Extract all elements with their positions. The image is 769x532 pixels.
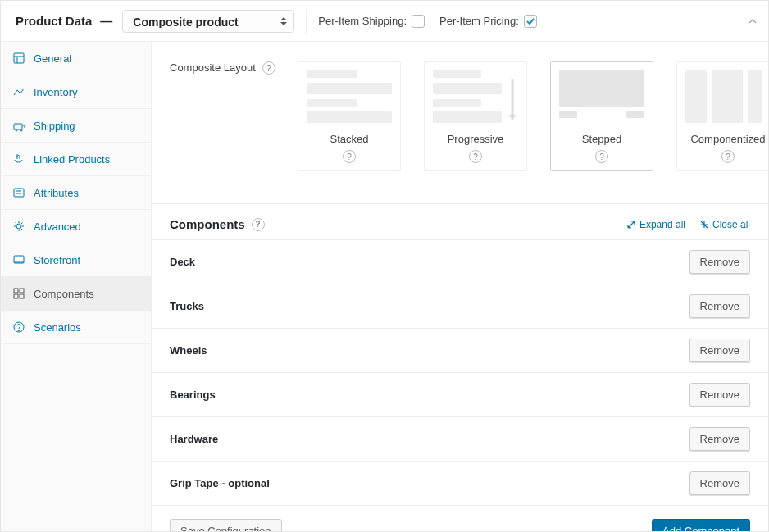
linked-products-icon [12, 152, 25, 166]
components-footer: Save Configuration Add Component [152, 505, 768, 531]
composite-layout-section: Composite Layout ? Stacked?Progressive?S… [152, 42, 768, 179]
collapse-panel-icon[interactable] [749, 16, 757, 28]
per-item-pricing-checkbox[interactable] [524, 15, 537, 28]
component-name: Trucks [170, 300, 204, 312]
remove-component-button[interactable]: Remove [689, 471, 750, 495]
sidebar-item-scenarios[interactable]: Scenarios [1, 311, 151, 344]
per-item-shipping-checkbox[interactable] [412, 15, 425, 28]
expand-icon [627, 221, 635, 229]
component-name: Wheels [170, 344, 207, 357]
header-separator [306, 9, 307, 34]
sidebar-item-label: Storefront [34, 254, 80, 266]
per-item-pricing-label: Per-Item Pricing: [439, 15, 519, 27]
layout-option-stacked[interactable]: Stacked? [298, 61, 401, 171]
composite-layout-label: Composite Layout [170, 61, 256, 74]
advanced-icon [12, 220, 25, 233]
save-configuration-button[interactable]: Save Configuration [170, 519, 282, 531]
svg-rect-0 [14, 53, 24, 63]
svg-rect-14 [14, 294, 18, 298]
add-component-button[interactable]: Add Component [652, 519, 750, 531]
sidebar-item-label: Scenarios [34, 321, 81, 334]
svg-point-9 [16, 224, 21, 229]
component-row[interactable]: HardwareRemove [152, 416, 768, 461]
component-row[interactable]: Grip Tape - optionalRemove [152, 461, 768, 505]
remove-component-button[interactable]: Remove [689, 427, 750, 451]
help-icon[interactable]: ? [721, 150, 735, 163]
attributes-icon [12, 186, 25, 199]
help-icon[interactable]: ? [262, 61, 275, 75]
components-title: Components [170, 217, 245, 231]
remove-component-button[interactable]: Remove [689, 250, 750, 274]
collapse-icon [700, 221, 708, 229]
sidebar-item-label: Linked Products [34, 153, 110, 166]
composite-layout-label-wrap: Composite Layout ? [170, 60, 298, 171]
help-icon[interactable]: ? [469, 150, 482, 163]
component-row[interactable]: DeckRemove [152, 239, 768, 284]
components-header: Components ? Expand all Close all [152, 203, 768, 239]
sidebar-item-label: Attributes [34, 187, 79, 199]
component-row[interactable]: WheelsRemove [152, 328, 768, 372]
help-icon[interactable]: ? [252, 218, 265, 231]
expand-all-label: Expand all [639, 219, 685, 230]
remove-component-button[interactable]: Remove [689, 383, 750, 407]
close-all-link[interactable]: Close all [700, 219, 750, 230]
component-name: Grip Tape - optional [170, 477, 270, 489]
panel-header: Product Data — Composite product Per-Ite… [1, 1, 768, 42]
sidebar-item-general[interactable]: General [1, 42, 151, 75]
product-type-select-wrap: Composite product [122, 10, 294, 33]
svg-point-17 [18, 330, 19, 330]
layout-option-label: Componentized [690, 133, 765, 145]
components-icon [12, 287, 25, 300]
component-row[interactable]: BearingsRemove [152, 372, 768, 416]
general-icon [12, 52, 25, 65]
title-dash: — [100, 14, 112, 28]
sidebar-item-linked-products[interactable]: Linked Products [1, 143, 151, 176]
product-type-select[interactable]: Composite product [122, 10, 294, 33]
components-title-wrap: Components ? [170, 217, 265, 231]
remove-component-button[interactable]: Remove [689, 294, 750, 318]
svg-rect-3 [14, 124, 22, 130]
product-data-tabs: GeneralInventoryShippingLinked ProductsA… [1, 42, 152, 531]
component-row[interactable]: TrucksRemove [152, 284, 768, 328]
sidebar-item-label: Components [34, 288, 94, 300]
components-list: DeckRemoveTrucksRemoveWheelsRemoveBearin… [152, 239, 768, 505]
tab-content: Composite Layout ? Stacked?Progressive?S… [152, 42, 768, 531]
inventory-icon [12, 85, 25, 98]
layout-option-progressive[interactable]: Progressive? [424, 61, 527, 171]
per-item-shipping-label: Per-Item Shipping: [318, 15, 407, 27]
panel-title: Product Data [16, 14, 92, 28]
layout-option-label: Progressive [448, 133, 504, 145]
sidebar-item-storefront[interactable]: Storefront [1, 243, 151, 277]
sidebar-item-label: Inventory [34, 86, 77, 98]
sidebar-item-advanced[interactable]: Advanced [1, 210, 151, 243]
arrow-down-icon [508, 77, 516, 123]
sidebar-item-components[interactable]: Components [1, 277, 152, 311]
scenarios-icon [12, 321, 25, 334]
expand-all-link[interactable]: Expand all [627, 219, 685, 230]
sidebar-item-shipping[interactable]: Shipping [1, 109, 151, 143]
svg-rect-6 [14, 189, 24, 197]
component-name: Deck [170, 256, 195, 268]
svg-point-5 [20, 130, 22, 131]
component-name: Hardware [170, 433, 218, 445]
components-actions: Expand all Close all [627, 219, 750, 230]
help-icon[interactable]: ? [343, 150, 356, 163]
storefront-icon [12, 253, 25, 266]
help-icon[interactable]: ? [595, 150, 608, 163]
remove-component-button[interactable]: Remove [689, 339, 750, 362]
layout-option-componentized[interactable]: Componentized? [676, 61, 768, 171]
component-name: Bearings [170, 389, 216, 401]
svg-point-4 [16, 130, 17, 131]
svg-rect-12 [14, 289, 18, 293]
sidebar-item-label: Shipping [34, 120, 75, 132]
layout-option-stepped[interactable]: Stepped? [550, 61, 653, 171]
sidebar-item-inventory[interactable]: Inventory [1, 75, 151, 109]
product-data-panel: Product Data — Composite product Per-Ite… [0, 0, 769, 532]
shipping-icon [12, 119, 25, 132]
layout-option-label: Stepped [582, 133, 621, 145]
sidebar-item-label: Advanced [34, 221, 81, 233]
close-all-label: Close all [712, 219, 750, 230]
sidebar-item-label: General [34, 52, 71, 65]
sidebar-item-attributes[interactable]: Attributes [1, 176, 151, 210]
svg-rect-15 [20, 294, 24, 298]
